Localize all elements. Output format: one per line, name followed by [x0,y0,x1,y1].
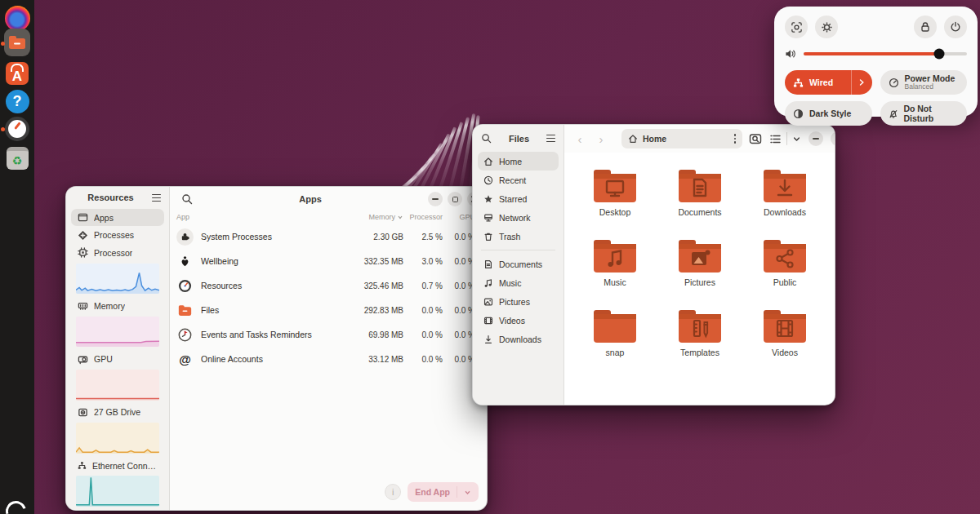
folder-pictures[interactable]: Pictures [657,238,742,308]
resources-main: Apps App Memory Processor GPU System Pro… [170,187,487,510]
show-apps-icon[interactable] [2,498,30,514]
minimize-button[interactable] [808,131,823,146]
back-button[interactable]: ‹ [571,132,589,146]
column-processor[interactable]: Processor [403,213,443,221]
sidebar-item-network[interactable]: Network [478,208,559,227]
dock-item-resources[interactable] [4,116,30,142]
online-accounts-icon: @ [176,351,194,368]
folder-public[interactable]: Public [742,238,827,308]
dock-item-files[interactable] [4,29,30,55]
process-row[interactable]: Files 292.83 MB 0.0 % 0.0 % [170,298,487,322]
resources-window: Resources Apps Processes Processor Memor… [65,186,488,511]
menu-hamburger-icon[interactable] [152,194,161,202]
column-headers: App Memory Processor GPU [170,211,487,224]
maximize-icon [452,197,458,202]
screenshot-button[interactable] [785,16,808,38]
sidebar-item-pictures[interactable]: Pictures [478,292,559,311]
folder-icon-music [592,238,638,274]
search-icon[interactable] [481,133,492,144]
files-window: Files Home Recent Starred Network Trash … [472,124,835,405]
view-options-chevron-icon[interactable] [792,135,801,144]
chevron-down-icon [464,489,471,496]
location-menu-icon[interactable] [734,134,737,144]
network-icon [483,213,493,223]
folder-templates[interactable]: Templates [657,308,742,379]
end-app-button[interactable]: End App [408,482,479,502]
settings-gear-icon [821,21,833,33]
do-not-disturb-toggle[interactable]: Do Not Disturb [880,101,968,126]
ethernet-icon [78,460,87,471]
dock-item-software[interactable]: A [4,60,30,86]
files-sidebar-header: Files [473,125,564,152]
forward-button[interactable]: › [592,132,610,146]
minimize-icon [813,138,819,140]
sidebar-item-recent[interactable]: Recent [478,171,559,189]
sidebar-item-gpu[interactable]: GPU [71,350,164,368]
power-button[interactable] [944,16,967,38]
gpu-icon [78,354,88,365]
resources-window-title: Resources [74,193,147,202]
dock-item-trash[interactable]: ♻ [4,145,30,171]
sidebar-item-home[interactable]: Home [478,152,559,171]
sidebar-item-processor[interactable]: Processor [71,244,164,262]
help-icon: ? [6,90,29,113]
sidebar-item-trash[interactable]: Trash [478,227,559,246]
sidebar-item-apps[interactable]: Apps [71,209,164,227]
process-row[interactable]: Resources 325.46 MB 0.7 % 0.0 % [170,273,487,298]
sidebar-item-documents[interactable]: Documents [478,255,559,273]
search-icon[interactable] [181,193,193,205]
lock-button[interactable] [914,16,937,38]
system-processes-icon [176,228,194,246]
running-indicator [1,42,5,46]
video-icon [483,316,493,326]
sidebar-item-memory[interactable]: Memory [71,297,164,315]
sidebar-item-drive[interactable]: 27 GB Drive [71,404,164,422]
sidebar-item-videos[interactable]: Videos [478,311,559,330]
dock-item-firefox[interactable] [4,5,30,31]
folder-icon-snap [592,308,638,344]
processor-icon [78,247,88,258]
info-button[interactable]: i [385,484,401,500]
process-row[interactable]: @Online Accounts 33.12 MB 0.0 % 0.0 % [170,347,487,371]
folder-music[interactable]: Music [572,238,657,308]
folder-snap[interactable]: snap [572,308,657,379]
sidebar-item-processes[interactable]: Processes [71,226,164,244]
folder-desktop[interactable]: Desktop [572,168,657,238]
maximize-button[interactable] [448,192,462,206]
wired-toggle[interactable]: Wired [785,70,872,95]
column-memory[interactable]: Memory [338,213,403,221]
dark-style-toggle[interactable]: Dark Style [785,101,872,126]
settings-button[interactable] [815,16,838,38]
column-gpu[interactable]: GPU [443,213,475,221]
process-row[interactable]: Events and Tasks Reminders 69.98 MB 0.0 … [170,322,487,347]
sidebar-item-music[interactable]: Music [478,273,559,292]
list-view-icon[interactable] [769,134,782,144]
picture-icon [483,297,493,307]
resources-view-title: Apps [198,194,423,204]
sidebar-item-downloads[interactable]: Downloads [478,330,559,348]
volume-slider[interactable] [804,52,967,55]
sidebar-item-ethernet[interactable]: Ethernet Connection [71,457,164,475]
power-mode-toggle[interactable]: Power Mode Balanced [880,70,968,95]
menu-hamburger-icon[interactable] [546,135,555,143]
process-row[interactable]: System Processes 2.30 GB 2.5 % 0.0 % [170,224,487,249]
volume-slider-handle[interactable] [934,49,945,60]
folder-documents[interactable]: Documents [657,168,742,238]
star-icon [483,194,493,204]
folder-icon-desktop [592,168,638,204]
home-icon [628,134,638,144]
search-everywhere-icon[interactable] [749,133,762,145]
files-app-icon [176,302,194,319]
folder-videos[interactable]: Videos [742,308,827,379]
pathbar[interactable]: Home [621,129,742,148]
resources-app-icon [176,277,194,295]
wired-expand-arrow[interactable] [851,70,872,95]
dock-item-help[interactable]: ? [4,88,30,114]
sidebar-item-starred[interactable]: Starred [478,189,559,208]
maximize-button[interactable] [831,131,835,146]
process-row[interactable]: Wellbeing 332.35 MB 3.0 % 0.0 % [170,249,487,273]
column-app[interactable]: App [176,213,338,221]
minimize-button[interactable] [428,192,443,206]
folder-downloads[interactable]: Downloads [742,168,827,238]
resources-headerbar: Apps [170,187,487,211]
